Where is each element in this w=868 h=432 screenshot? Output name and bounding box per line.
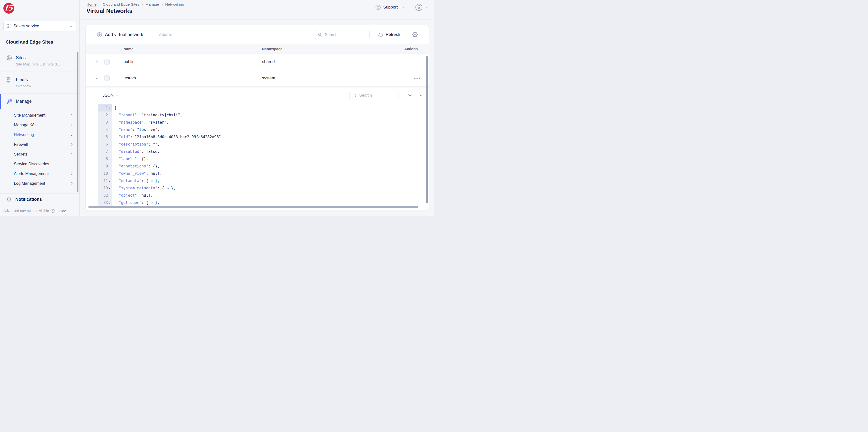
hide-advanced-nav-link[interactable]: Hide xyxy=(59,209,66,213)
sidebar-footer: Advanced nav options visible ? Hide xyxy=(0,205,80,216)
search-icon xyxy=(318,33,322,37)
line-gutter[interactable]: 6 xyxy=(98,141,112,148)
sidebar-subitem-log-management[interactable]: Log Management xyxy=(0,178,80,188)
sidebar-subitem-service-discoveries[interactable]: Service Discoveries xyxy=(0,159,80,169)
fold-caret-icon[interactable]: ▸ xyxy=(108,201,112,204)
refresh-button[interactable]: Refresh xyxy=(378,32,400,37)
expand-fold-icon[interactable]: ↔ xyxy=(151,179,153,183)
line-gutter[interactable]: 7 xyxy=(98,148,112,155)
breadcrumb-home[interactable]: Home xyxy=(87,2,96,7)
column-header-actions: Actions xyxy=(404,44,418,53)
table-row[interactable]: test-vn system xyxy=(86,70,429,87)
fold-caret-icon[interactable]: ▾ xyxy=(108,107,112,109)
view-mode-dropdown[interactable]: JSON xyxy=(102,93,119,98)
cell-name[interactable]: public xyxy=(123,59,134,64)
select-service-dropdown[interactable]: Select service xyxy=(3,21,76,31)
horizontal-scrollbar[interactable] xyxy=(88,206,418,208)
expand-fold-icon[interactable]: ↔ xyxy=(151,201,153,205)
line-gutter[interactable]: 4 xyxy=(98,126,112,133)
plus-circle-icon xyxy=(97,32,102,37)
json-line: 33▸ "get_spec": { ↔ }, xyxy=(86,199,429,206)
cell-namespace: shared xyxy=(262,59,275,64)
table-search[interactable] xyxy=(315,30,370,39)
subitem-label: Log Management xyxy=(14,181,70,186)
expand-fold-icon[interactable]: ↔ xyxy=(166,186,169,190)
row-actions-menu-button[interactable] xyxy=(414,78,420,79)
chevron-down-icon xyxy=(402,6,405,9)
line-gutter[interactable]: 9 xyxy=(98,163,112,170)
select-service-label: Select service xyxy=(13,24,66,29)
line-gutter[interactable]: 3 xyxy=(98,119,112,126)
line-gutter[interactable]: 32 xyxy=(98,192,112,199)
sidebar-subitem-site-management[interactable]: Site Management xyxy=(0,110,80,120)
sidebar-item-manage[interactable]: Manage xyxy=(0,94,80,109)
table-row[interactable]: public shared xyxy=(86,54,429,70)
user-menu[interactable] xyxy=(415,3,428,11)
line-gutter[interactable]: 1▾ xyxy=(98,104,112,111)
chevron-right-icon xyxy=(70,133,73,137)
sidebar-scrollbar[interactable] xyxy=(77,52,79,192)
json-search[interactable] xyxy=(349,91,398,100)
line-number: 8 xyxy=(106,157,108,161)
cell-name[interactable]: test-vn xyxy=(123,76,136,80)
vertical-scrollbar[interactable] xyxy=(426,56,428,203)
f5-logo-icon[interactable]: f5 xyxy=(3,3,14,13)
sidebar-item-notifications[interactable]: Notifications xyxy=(0,194,80,205)
chevron-up-icon xyxy=(419,93,423,98)
expand-all-button[interactable] xyxy=(419,93,423,98)
refresh-label: Refresh xyxy=(385,32,400,37)
json-detail-panel: JSON xyxy=(86,87,429,206)
line-number: 3 xyxy=(106,120,108,125)
collapse-row-button[interactable] xyxy=(95,76,99,80)
sidebar-subitem-networking[interactable]: Networking xyxy=(0,130,80,139)
line-gutter[interactable]: 8 xyxy=(98,155,112,163)
line-number: 11 xyxy=(103,179,108,183)
breadcrumb-cloud-and-edge-sites[interactable]: Cloud and Edge Sites xyxy=(103,2,139,7)
json-line: 19▸ "system_metadata": { ↔ }, xyxy=(86,185,429,192)
wrench-icon xyxy=(6,98,12,104)
sidebar-subitem-secrets[interactable]: Secrets xyxy=(0,149,80,159)
subitem-label: Secrets xyxy=(14,152,70,157)
line-number: 2 xyxy=(106,113,108,117)
sidebar-subitem-alerts-management[interactable]: Alerts Management xyxy=(0,169,80,178)
line-gutter[interactable]: 5 xyxy=(98,133,112,141)
json-code-viewer[interactable]: 1▾ { 2 "tenant": "treino-tyjcbsii", 3 "n… xyxy=(86,104,429,206)
advanced-nav-status: Advanced nav options visible xyxy=(3,209,49,213)
support-menu[interactable]: Support xyxy=(375,5,405,10)
column-header-name[interactable]: Name xyxy=(123,44,133,53)
add-virtual-network-button[interactable]: Add virtual network xyxy=(97,32,143,37)
line-number: 19 xyxy=(103,186,108,190)
support-label: Support xyxy=(383,5,398,10)
sidebar-subitem-firewall[interactable]: Firewall xyxy=(0,139,80,149)
lifebuoy-icon xyxy=(375,5,381,10)
sidebar-item-fleets[interactable]: Fleets Overview xyxy=(0,72,80,94)
line-number: 4 xyxy=(106,128,108,132)
line-gutter[interactable]: 33▸ xyxy=(98,199,112,206)
sidebar: f5 Select service Cloud and Edge Sites S… xyxy=(0,0,80,216)
subitem-label: Networking xyxy=(14,132,70,137)
fold-caret-icon[interactable]: ▸ xyxy=(108,187,112,190)
subitem-label: Alerts Management xyxy=(14,171,70,176)
json-search-input[interactable] xyxy=(359,93,396,98)
sidebar-nav: Sites Site Map, Site List, Site S... Fle… xyxy=(0,50,80,194)
row-checkbox[interactable] xyxy=(104,75,110,81)
line-gutter[interactable]: 11▸ xyxy=(98,177,112,185)
sidebar-subitem-manage-k8s[interactable]: Manage K8s xyxy=(0,120,80,130)
line-gutter[interactable]: 2 xyxy=(98,111,112,119)
table-search-input[interactable] xyxy=(324,32,367,37)
table-settings-button[interactable] xyxy=(412,32,418,37)
line-gutter[interactable]: 19▸ xyxy=(98,185,112,192)
breadcrumb-networking[interactable]: Networking xyxy=(165,2,184,7)
line-gutter[interactable]: 10 xyxy=(98,170,112,177)
row-checkbox[interactable] xyxy=(104,59,110,65)
breadcrumb-manage[interactable]: Manage xyxy=(146,2,159,7)
collapse-all-button[interactable] xyxy=(408,93,412,98)
gear-icon xyxy=(412,32,418,37)
help-circle-icon[interactable]: ? xyxy=(51,209,55,213)
expand-row-button[interactable] xyxy=(95,60,99,64)
sidebar-item-sites[interactable]: Sites Site Map, Site List, Site S... xyxy=(0,50,80,72)
column-header-namespace[interactable]: Namespace xyxy=(262,44,282,53)
table-toolbar: Add virtual network 3 items Refresh xyxy=(86,25,429,44)
fold-caret-icon[interactable]: ▸ xyxy=(108,179,112,182)
subitem-label: Service Discoveries xyxy=(14,162,73,166)
